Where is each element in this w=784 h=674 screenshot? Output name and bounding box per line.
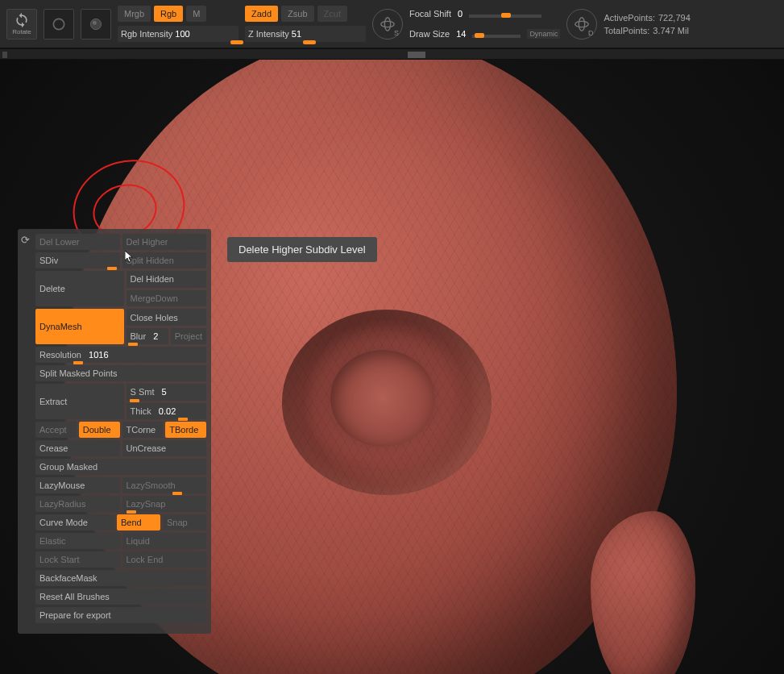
z-intensity-value: 51 (292, 29, 301, 39)
mesh-eye-socket (282, 310, 492, 495)
m-button[interactable]: M (186, 6, 206, 22)
zadd-button[interactable]: Zadd (245, 6, 278, 22)
dynamesh-button[interactable]: DynaMesh (35, 309, 124, 344)
uncrease-button[interactable]: UnCrease (122, 440, 207, 456)
focal-shift-slider[interactable] (469, 15, 541, 18)
lazymouse-label: LazyMouse (39, 481, 85, 490)
draw-size-label: Draw Size (409, 29, 450, 39)
svg-point-0 (53, 19, 64, 29)
refresh-icon[interactable]: ⟳ (21, 234, 30, 246)
svg-point-3 (381, 21, 395, 27)
lock-start-button[interactable]: Lock Start (35, 551, 120, 568)
blur-label: Blur (131, 331, 147, 341)
svg-point-2 (93, 20, 97, 24)
focal-shift-value: 0 (458, 9, 463, 19)
sdiv-slider[interactable]: SDiv (35, 252, 120, 268)
s-smt-value: 5 (162, 387, 167, 397)
merge-down-button[interactable]: MergeDown (127, 290, 207, 307)
double-button[interactable]: Double (79, 422, 120, 438)
thick-label: Thick (131, 406, 151, 416)
lazyradius-label: LazyRadius (39, 499, 85, 509)
mrgb-button[interactable]: Mrgb (118, 6, 151, 22)
close-holes-button[interactable]: Close Holes (127, 309, 207, 326)
lazysnap-label: LazySnap (127, 499, 166, 509)
draw-size-slider[interactable] (472, 35, 521, 38)
split-masked-button[interactable]: Split Masked Points (35, 365, 206, 381)
crease-button[interactable]: Crease (35, 440, 120, 456)
resolution-value: 1016 (89, 350, 108, 360)
backface-mask-button[interactable]: BackfaceMask (35, 570, 206, 586)
stats-block: ActivePoints: 722,794 TotalPoints: 3.747… (604, 13, 690, 35)
rgb-intensity-slider[interactable]: Rgb Intensity 100 (118, 26, 239, 42)
del-lower-button[interactable]: Del Lower (35, 234, 120, 250)
svg-point-6 (579, 17, 585, 31)
project-button[interactable]: Project (171, 328, 206, 344)
del-hidden-button[interactable]: Del Hidden (127, 271, 207, 288)
snap-button[interactable]: Snap (163, 514, 206, 530)
active-points-value: 722,794 (658, 13, 691, 23)
timeline-track[interactable] (0, 48, 784, 60)
sdiv-label: SDiv (39, 256, 58, 265)
draw-size-value: 14 (456, 29, 466, 39)
elastic-button[interactable]: Elastic (35, 533, 120, 549)
rgb-button[interactable]: Rgb (154, 6, 183, 22)
svg-point-4 (384, 17, 390, 31)
sphere-icon-2[interactable] (81, 9, 111, 40)
total-points-label: TotalPoints: (604, 26, 649, 35)
tooltip: Delete Higher Subdiv Level (227, 237, 377, 262)
gyro-s-icon[interactable]: S (372, 9, 403, 40)
delete-button[interactable]: Delete (35, 271, 124, 306)
lazysnap-slider[interactable]: LazySnap (122, 496, 207, 512)
rotate-label: Rotate (12, 28, 31, 35)
liquid-button[interactable]: Liquid (122, 533, 207, 549)
gyro-s-sub: S (394, 29, 399, 37)
svg-point-5 (575, 21, 589, 27)
resolution-label: Resolution (39, 350, 81, 360)
prepare-export-button[interactable]: Prepare for export (35, 607, 206, 623)
gyro-d-icon[interactable]: D (566, 9, 597, 40)
rotate-button[interactable]: Rotate (6, 9, 37, 40)
lock-end-button[interactable]: Lock End (122, 551, 207, 568)
lazymouse-slider[interactable]: LazyMouse (35, 477, 120, 493)
draw-group: Focal Shift 0 Draw Size 14 Dynamic (409, 5, 560, 43)
split-hidden-button[interactable]: Split Hidden (122, 252, 207, 268)
s-smt-slider[interactable]: S Smt 5 (127, 384, 207, 401)
lazyradius-slider[interactable]: LazyRadius (35, 496, 120, 512)
blur-value: 2 (153, 331, 158, 341)
active-points-label: ActivePoints: (604, 13, 655, 23)
lazysmooth-slider[interactable]: LazySmooth (122, 477, 207, 493)
s-smt-label: S Smt (131, 387, 155, 397)
z-intensity-slider[interactable]: Z Intensity 51 (245, 26, 366, 42)
z-mode-group: Zadd Zsub Zcut Z Intensity 51 (245, 5, 366, 43)
extract-button[interactable]: Extract (35, 384, 124, 419)
thick-value: 0.02 (159, 406, 176, 416)
color-mode-group: Mrgb Rgb M Rgb Intensity 100 (118, 5, 239, 43)
z-intensity-label: Z Intensity (248, 29, 289, 39)
group-masked-button[interactable]: Group Masked (35, 459, 206, 475)
geometry-popup: ⟳ Del Lower Del Higher SDiv Split Hidden… (18, 229, 211, 634)
gyro-d-sub: D (588, 29, 594, 37)
zsub-button[interactable]: Zsub (281, 6, 313, 22)
sphere-icon-1[interactable] (44, 9, 74, 40)
thick-slider[interactable]: Thick 0.02 (127, 403, 207, 420)
accept-button[interactable]: Accept (35, 422, 77, 438)
top-toolbar: Rotate Mrgb Rgb M Rgb Intensity 100 Zadd… (0, 0, 784, 48)
tcorne-button[interactable]: TCorne (122, 422, 164, 438)
dynamic-toggle[interactable]: Dynamic (527, 29, 560, 39)
rgb-intensity-value: 100 (175, 29, 189, 39)
total-points-value: 3.747 Mil (653, 26, 689, 35)
tborde-button[interactable]: TBorde (165, 422, 206, 438)
bend-button[interactable]: Bend (117, 514, 160, 530)
curve-mode-button[interactable]: Curve Mode (35, 514, 114, 530)
zcut-button[interactable]: Zcut (317, 6, 347, 22)
lazysmooth-label: LazySmooth (127, 481, 176, 490)
rgb-intensity-label: Rgb Intensity (121, 29, 172, 39)
resolution-slider[interactable]: Resolution 1016 (35, 347, 206, 363)
reset-brushes-button[interactable]: Reset All Brushes (35, 589, 206, 605)
mesh-ear (591, 511, 695, 674)
blur-slider[interactable]: Blur 2 (127, 328, 168, 344)
focal-shift-label: Focal Shift (409, 9, 451, 19)
del-higher-button[interactable]: Del Higher (122, 234, 207, 250)
